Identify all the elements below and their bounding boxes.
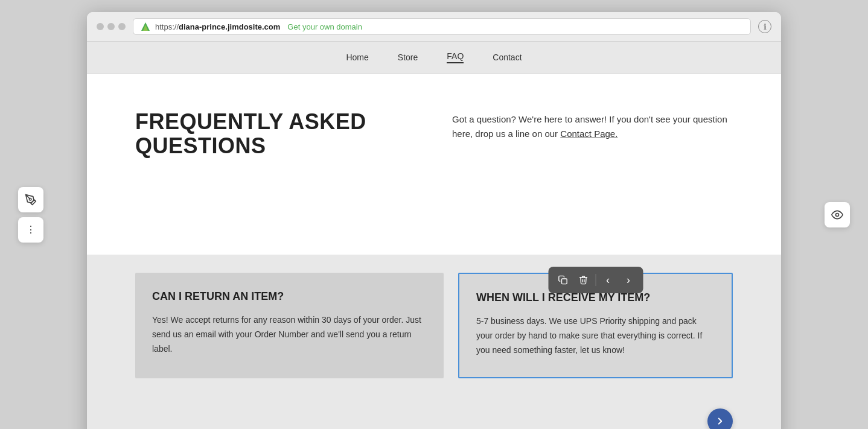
faq-cards-container: CAN I RETURN AN ITEM? Yes! We accept ret… bbox=[135, 273, 733, 378]
toolbar-divider bbox=[595, 274, 596, 286]
pen-tool-button[interactable] bbox=[18, 187, 43, 212]
site-content: FREQUENTLY ASKED QUESTIONS Got a questio… bbox=[87, 74, 781, 255]
preview-button[interactable] bbox=[825, 202, 850, 227]
nav-contact[interactable]: Contact bbox=[493, 52, 522, 62]
contact-page-link[interactable]: Contact Page. bbox=[560, 129, 617, 139]
toolbar-duplicate-button[interactable] bbox=[553, 270, 572, 290]
faq-card-return-body: Yes! We accept returns for any reason wi… bbox=[152, 313, 427, 356]
left-sidebar: ⋮ bbox=[18, 187, 43, 243]
faq-card-return[interactable]: CAN I RETURN AN ITEM? Yes! We accept ret… bbox=[135, 273, 444, 378]
card-toolbar: ‹ › bbox=[548, 267, 643, 293]
hero-right: Got a question? We're here to answer! If… bbox=[452, 110, 733, 141]
nav-faq[interactable]: FAQ bbox=[447, 51, 464, 63]
minimize-dot bbox=[107, 23, 115, 30]
page-title: FREQUENTLY ASKED QUESTIONS bbox=[135, 110, 416, 157]
faq-card-shipping-wrapper: ‹ › WHEN WILL I RECEIVE MY ITEM? 5-7 bus… bbox=[458, 273, 733, 378]
faq-card-return-title: CAN I RETURN AN ITEM? bbox=[152, 290, 427, 303]
svg-rect-4 bbox=[561, 279, 567, 284]
right-sidebar bbox=[825, 202, 850, 227]
faq-card-shipping-body: 5-7 business days. We use UPS Priority s… bbox=[476, 314, 715, 357]
toolbar-next-button[interactable]: › bbox=[619, 270, 638, 290]
hero-left: FREQUENTLY ASKED QUESTIONS bbox=[135, 110, 416, 157]
svg-point-1 bbox=[836, 213, 839, 216]
get-domain-link[interactable]: Get your own domain bbox=[287, 22, 362, 31]
url-text: https://diana-prince.jimdosite.com bbox=[155, 22, 280, 31]
scroll-next-button[interactable] bbox=[707, 408, 733, 429]
close-dot bbox=[97, 23, 104, 30]
hero-section: FREQUENTLY ASKED QUESTIONS Got a questio… bbox=[135, 110, 733, 157]
toolbar-delete-button[interactable] bbox=[573, 270, 593, 290]
faq-section: CAN I RETURN AN ITEM? Yes! We accept ret… bbox=[87, 255, 781, 429]
svg-point-0 bbox=[30, 198, 31, 200]
site-wrapper: Home Store FAQ Contact FREQUENTLY ASKED … bbox=[87, 42, 781, 429]
nav-store[interactable]: Store bbox=[398, 52, 418, 62]
url-domain: diana-prince.jimdosite.com bbox=[179, 22, 280, 31]
maximize-dot bbox=[118, 23, 126, 30]
more-options-button[interactable]: ⋮ bbox=[18, 217, 43, 243]
hero-description: Got a question? We're here to answer! If… bbox=[452, 112, 733, 141]
jimdo-logo-icon bbox=[141, 22, 150, 31]
browser-toolbar: https://diana-prince.jimdosite.com Get y… bbox=[87, 12, 781, 42]
browser-window: https://diana-prince.jimdosite.com Get y… bbox=[87, 12, 781, 429]
nav-home[interactable]: Home bbox=[346, 52, 368, 62]
address-bar[interactable]: https://diana-prince.jimdosite.com Get y… bbox=[133, 18, 751, 35]
info-button[interactable]: ℹ bbox=[758, 20, 771, 33]
toolbar-prev-button[interactable]: ‹ bbox=[598, 270, 617, 290]
site-navigation: Home Store FAQ Contact bbox=[87, 42, 781, 74]
window-controls bbox=[97, 23, 126, 30]
